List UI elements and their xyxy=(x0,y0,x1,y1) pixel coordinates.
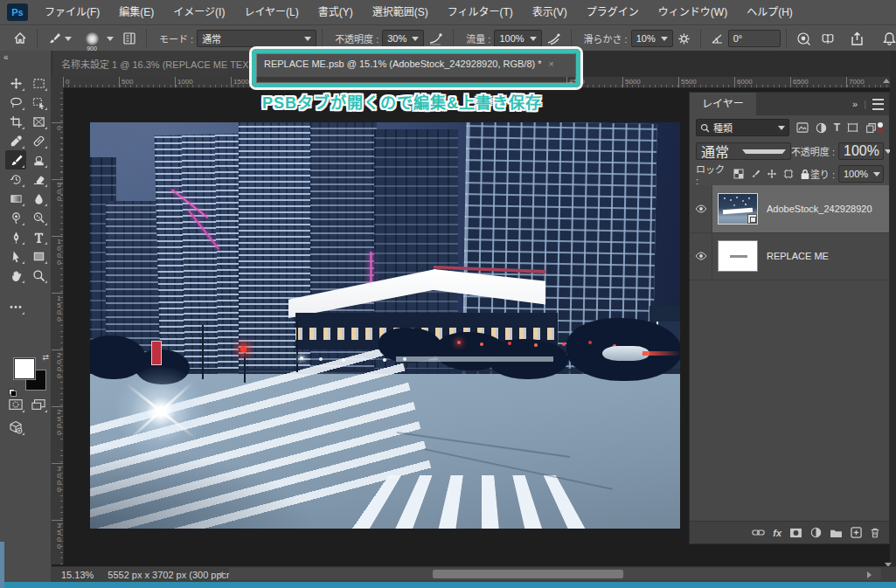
layer-opacity-select[interactable]: 100% xyxy=(838,142,884,160)
lock-all-icon[interactable] xyxy=(800,169,810,180)
layer-visibility-toggle[interactable] xyxy=(690,232,712,280)
gradient-tool[interactable] xyxy=(5,189,26,208)
close-icon[interactable]: × xyxy=(549,59,554,69)
pressure-opacity-icon[interactable] xyxy=(424,32,448,45)
crop-tool[interactable] xyxy=(5,112,26,131)
new-group-folder-icon[interactable] xyxy=(830,528,843,538)
filter-adjustment-layers-icon[interactable] xyxy=(816,122,827,134)
layer-name[interactable]: REPLACE ME xyxy=(767,232,829,280)
lock-artboard-icon[interactable] xyxy=(783,169,794,179)
tab-psb-document[interactable]: REPLACE ME.psb @ 15.1% (AdobeStock_24292… xyxy=(255,51,575,77)
layer-styles-fx-icon[interactable]: fx xyxy=(773,528,781,538)
clone-stamp-tool[interactable] xyxy=(28,150,49,169)
horizontal-scroll-right-arrow[interactable] xyxy=(867,571,872,578)
filter-shape-layers-icon[interactable] xyxy=(847,122,858,133)
horizontal-scrollbar[interactable] xyxy=(229,568,881,580)
tab-untitled-document[interactable]: 名称未設定 1 @ 16.3% (REPLACE ME TEXT, RGB/8)… xyxy=(52,51,256,77)
layer-thumbnail[interactable] xyxy=(718,193,758,225)
menu-image[interactable]: イメージ(I) xyxy=(163,0,234,24)
swap-colors-icon[interactable]: ⇄ xyxy=(42,353,49,362)
zoom-level-field[interactable]: 15.13% xyxy=(61,570,94,580)
share-icon[interactable] xyxy=(845,31,869,46)
path-selection-tool[interactable] xyxy=(5,246,26,266)
collapse-toolbar-button[interactable]: « xyxy=(3,52,9,62)
object-selection-tool[interactable] xyxy=(28,93,49,112)
zoom-tool[interactable] xyxy=(28,266,49,285)
layer-thumbnail[interactable] xyxy=(718,240,758,272)
edit-toolbar-ellipsis-icon[interactable] xyxy=(5,297,26,316)
hand-tool[interactable] xyxy=(5,266,26,285)
layer-name[interactable]: AdobeStock_242928920 xyxy=(767,185,872,232)
blur-tool[interactable] xyxy=(28,189,49,208)
menu-help[interactable]: ヘルプ(H) xyxy=(737,0,802,24)
sponge-tool[interactable] xyxy=(28,208,49,227)
foreground-color-swatch[interactable] xyxy=(14,358,35,379)
brush-tool-preset-icon[interactable] xyxy=(43,31,76,45)
layer-blend-mode-select[interactable]: 通常 xyxy=(696,142,791,160)
vertical-scroll-up-arrow[interactable] xyxy=(883,79,890,83)
add-layer-mask-icon[interactable] xyxy=(789,528,802,538)
layers-tab[interactable]: レイヤー xyxy=(690,93,756,115)
screen-mode-button[interactable] xyxy=(28,395,49,414)
new-layer-icon[interactable] xyxy=(851,527,862,538)
opacity-select[interactable]: 30% xyxy=(382,30,424,47)
quick-mask-mode-button[interactable] xyxy=(5,395,26,414)
canvas-photo[interactable] xyxy=(90,122,680,529)
brush-size-preview[interactable]: 900 xyxy=(76,27,118,50)
layer-row-adobestock[interactable]: AdobeStock_242928920 xyxy=(690,185,889,233)
lock-image-pixels-icon[interactable] xyxy=(750,169,761,179)
dodge-tool[interactable] xyxy=(5,208,26,227)
menu-file[interactable]: ファイル(F) xyxy=(35,0,109,24)
horizontal-scrollbar-thumb[interactable] xyxy=(433,570,623,578)
layer-filter-select[interactable]: 種類 xyxy=(696,119,789,136)
new-adjustment-layer-icon[interactable] xyxy=(810,527,822,538)
spot-healing-brush-tool[interactable] xyxy=(28,131,49,150)
rectangle-shape-tool[interactable] xyxy=(28,246,49,266)
delete-layer-trash-icon[interactable] xyxy=(870,527,880,538)
layer-row-replace-me[interactable]: REPLACE ME xyxy=(690,232,889,280)
menu-select[interactable]: 選択範囲(S) xyxy=(363,0,438,24)
history-brush-tool[interactable] xyxy=(5,169,26,189)
filter-toggle[interactable] xyxy=(877,121,884,134)
blend-mode-select[interactable]: 通常 xyxy=(197,30,316,47)
pen-tool[interactable] xyxy=(5,227,26,246)
filter-type-layers-icon[interactable]: T xyxy=(834,121,840,134)
menu-type[interactable]: 書式(Y) xyxy=(309,0,363,24)
airbrush-icon[interactable] xyxy=(542,32,566,45)
type-tool[interactable] xyxy=(28,227,49,246)
menu-plugins[interactable]: プラグイン xyxy=(577,0,649,24)
toggle-brush-panel-icon[interactable] xyxy=(118,31,141,45)
menu-layer[interactable]: レイヤー(L) xyxy=(234,0,308,24)
panel-menu-icon[interactable] xyxy=(872,99,884,110)
symmetry-butterfly-icon[interactable] xyxy=(816,32,840,45)
eyedropper-tool[interactable] xyxy=(5,131,26,150)
horizontal-scroll-left-arrow[interactable] xyxy=(219,571,223,578)
right-edge-strip xyxy=(890,51,896,582)
pressure-size-icon[interactable] xyxy=(792,31,816,45)
eraser-tool[interactable] xyxy=(28,169,49,189)
menu-filter[interactable]: フィルター(T) xyxy=(438,0,523,24)
brush-tool[interactable] xyxy=(5,150,26,169)
lasso-tool[interactable] xyxy=(5,93,26,112)
adobe-stock-cube-icon[interactable] xyxy=(5,418,26,437)
move-tool[interactable] xyxy=(5,73,26,93)
layer-fill-select[interactable]: 100% xyxy=(838,165,884,183)
link-layers-icon[interactable] xyxy=(752,529,765,536)
menu-window[interactable]: ウィンドウ(W) xyxy=(649,0,737,24)
smoothing-options-gear-icon[interactable] xyxy=(673,32,695,45)
lock-transparent-pixels-icon[interactable] xyxy=(733,169,744,179)
flow-select[interactable]: 100% xyxy=(494,30,541,47)
smoothing-select[interactable]: 10% xyxy=(631,30,673,47)
filter-smart-objects-icon[interactable] xyxy=(865,122,877,134)
brush-angle-input[interactable]: 0° xyxy=(728,30,781,47)
layer-visibility-toggle[interactable] xyxy=(690,185,712,232)
menu-view[interactable]: 表示(V) xyxy=(523,0,577,24)
collapse-panel-icon[interactable]: » xyxy=(852,99,858,109)
filter-pixel-layers-icon[interactable] xyxy=(796,122,809,133)
home-icon[interactable] xyxy=(9,31,31,45)
menu-edit[interactable]: 編集(E) xyxy=(109,0,163,24)
frame-tool[interactable] xyxy=(28,112,49,131)
lock-position-icon[interactable] xyxy=(767,169,777,179)
rectangular-marquee-tool[interactable] xyxy=(28,73,49,93)
notifications-bell-icon[interactable] xyxy=(878,31,896,46)
